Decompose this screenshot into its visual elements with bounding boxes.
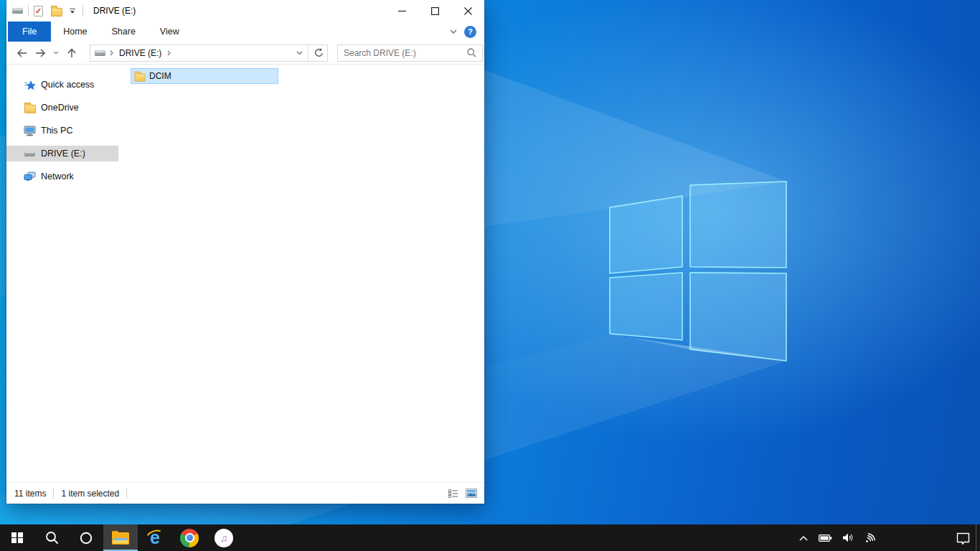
taskbar-itunes-button[interactable]: ♫ bbox=[207, 524, 241, 551]
sidebar-item-label: DRIVE (E:) bbox=[41, 149, 85, 159]
window-title: DRIVE (E:) bbox=[93, 6, 136, 16]
sidebar-item-quick-access[interactable]: Quick access bbox=[6, 77, 118, 93]
sidebar-item-this-pc[interactable]: This PC bbox=[6, 123, 118, 138]
logo-pane-bottom-left bbox=[610, 273, 682, 340]
divider bbox=[83, 5, 83, 17]
battery-icon[interactable] bbox=[814, 524, 837, 551]
taskbar-internet-explorer-button[interactable]: e bbox=[138, 524, 172, 551]
breadcrumb-drive-e[interactable]: DRIVE (E:) bbox=[118, 47, 163, 60]
divider bbox=[53, 488, 54, 499]
maximize-button[interactable] bbox=[418, 0, 451, 22]
search-input[interactable] bbox=[338, 48, 467, 58]
internet-explorer-icon: e bbox=[146, 528, 165, 547]
address-drive-icon[interactable] bbox=[95, 50, 105, 56]
tab-home[interactable]: Home bbox=[51, 22, 99, 42]
customize-qat-dropdown-icon[interactable] bbox=[67, 6, 77, 16]
search-icon bbox=[45, 531, 59, 545]
search-box[interactable] bbox=[337, 44, 483, 62]
tab-share[interactable]: Share bbox=[100, 22, 148, 42]
volume-icon[interactable] bbox=[837, 524, 859, 551]
action-center-icon[interactable] bbox=[951, 524, 976, 551]
sidebar-item-label: This PC bbox=[41, 126, 72, 136]
breadcrumb-chevron-icon[interactable] bbox=[110, 50, 113, 56]
window-drive-icon bbox=[12, 8, 23, 14]
file-item-dcim[interactable]: DCIM bbox=[131, 68, 278, 84]
back-button[interactable] bbox=[12, 44, 31, 62]
logo-pane-top-left bbox=[610, 196, 682, 273]
up-button[interactable] bbox=[62, 44, 81, 62]
quick-access-star-icon bbox=[24, 79, 36, 91]
folder-icon bbox=[134, 73, 145, 81]
desktop-wallpaper: ✓ DRIVE (E:) File Home Share Vie bbox=[0, 0, 980, 551]
refresh-icon[interactable] bbox=[310, 44, 327, 62]
taskbar-search-button[interactable] bbox=[34, 524, 69, 551]
forward-button[interactable] bbox=[31, 44, 50, 62]
network-icon bbox=[24, 171, 36, 183]
logo-pane-top-right bbox=[690, 182, 786, 268]
titlebar: ✓ DRIVE (E:) bbox=[6, 0, 484, 22]
system-tray bbox=[793, 524, 980, 551]
divider bbox=[126, 488, 127, 499]
sidebar-item-drive-e[interactable]: DRIVE (E:) bbox=[6, 146, 118, 161]
status-bar: 11 items 1 item selected bbox=[6, 482, 484, 504]
start-button[interactable] bbox=[0, 524, 34, 551]
file-explorer-window: ✓ DRIVE (E:) File Home Share Vie bbox=[6, 0, 484, 504]
divider bbox=[308, 45, 308, 61]
cortana-button[interactable] bbox=[69, 524, 103, 551]
properties-icon[interactable]: ✓ bbox=[34, 6, 43, 17]
selection-count: 1 item selected bbox=[61, 489, 119, 499]
item-count: 11 items bbox=[14, 489, 46, 499]
cortana-icon bbox=[80, 532, 93, 545]
sidebar-item-network[interactable]: Network bbox=[6, 169, 118, 184]
sidebar-item-label: Network bbox=[41, 171, 74, 182]
search-icon[interactable] bbox=[467, 48, 482, 57]
breadcrumb-chevron-icon[interactable] bbox=[167, 50, 171, 56]
details-view-button[interactable] bbox=[446, 486, 461, 500]
logo-pane-bottom-right bbox=[690, 273, 786, 361]
file-name: DCIM bbox=[149, 71, 171, 81]
address-dropdown-icon[interactable] bbox=[292, 44, 306, 62]
close-button[interactable] bbox=[451, 0, 484, 22]
wifi-icon[interactable] bbox=[859, 524, 882, 551]
address-bar[interactable]: DRIVE (E:) bbox=[90, 44, 328, 62]
file-explorer-icon bbox=[112, 531, 129, 545]
sidebar-item-label: Quick access bbox=[41, 80, 94, 90]
sidebar-item-label: OneDrive bbox=[41, 103, 79, 113]
this-pc-icon bbox=[24, 125, 36, 137]
itunes-icon: ♫ bbox=[215, 529, 233, 547]
windows-logo-icon bbox=[11, 532, 23, 544]
taskbar-chrome-button[interactable] bbox=[172, 524, 207, 551]
tray-chevron-up-icon[interactable] bbox=[793, 524, 814, 551]
sidebar-item-onedrive[interactable]: OneDrive bbox=[6, 100, 118, 116]
help-icon[interactable]: ? bbox=[464, 26, 476, 38]
onedrive-folder-icon bbox=[24, 102, 36, 114]
recent-locations-dropdown-icon[interactable] bbox=[50, 44, 62, 62]
show-desktop-button[interactable] bbox=[976, 524, 980, 551]
ribbon-tabs: File Home Share View ? bbox=[6, 22, 484, 42]
new-folder-icon[interactable] bbox=[51, 8, 62, 17]
tab-view[interactable]: View bbox=[148, 22, 192, 42]
chrome-icon bbox=[180, 529, 199, 547]
taskbar-file-explorer-button[interactable] bbox=[103, 524, 138, 551]
file-list-area[interactable]: DCIM bbox=[118, 65, 484, 482]
navigation-bar: DRIVE (E:) bbox=[6, 42, 484, 65]
expand-ribbon-icon[interactable] bbox=[450, 29, 457, 34]
tab-file[interactable]: File bbox=[8, 22, 51, 42]
drive-icon bbox=[24, 148, 36, 160]
taskbar: e ♫ bbox=[0, 524, 980, 551]
divider bbox=[28, 5, 29, 17]
minimize-button[interactable] bbox=[385, 0, 418, 22]
thumbnail-view-button[interactable] bbox=[463, 486, 479, 500]
caption-buttons bbox=[385, 0, 484, 22]
navigation-pane: Quick access OneDrive T bbox=[6, 65, 118, 482]
